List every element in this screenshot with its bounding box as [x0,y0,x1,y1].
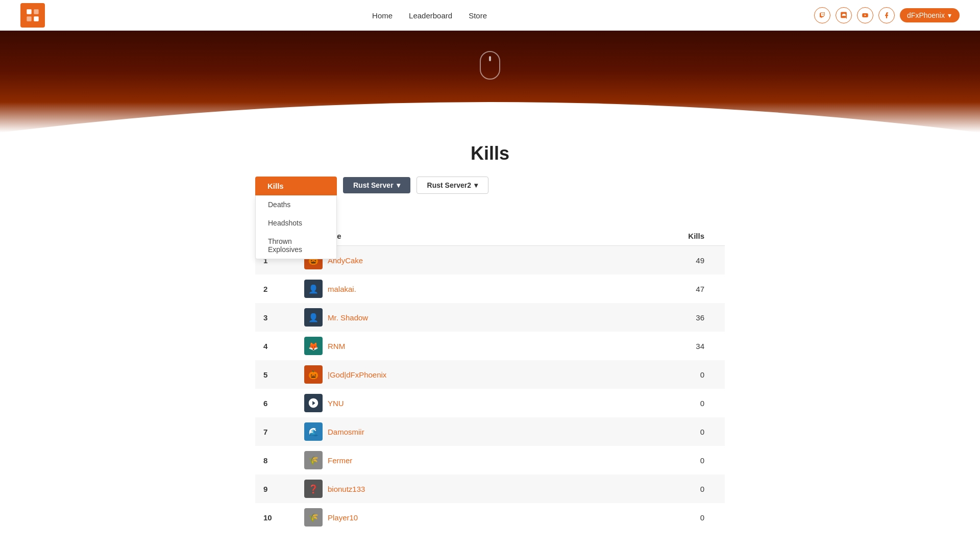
kills-cell: 34 [591,332,725,360]
rank-cell: 4 [255,332,296,360]
player-cell: 🌾 Player10 [296,503,591,532]
rank-cell: 8 [255,446,296,474]
kills-cell: 0 [591,389,725,417]
twitch-icon[interactable] [814,7,830,23]
table-row: 10 🌾 Player10 0 [255,503,725,532]
table-row: 3 👤 Mr. Shadow 36 [255,303,725,332]
svg-rect-1 [34,9,38,14]
avatar [304,394,323,412]
avatar: 🌾 [304,451,323,469]
table-row: 4 🦊 RNM 34 [255,332,725,360]
player-name[interactable]: |God|dFxPhoenix [328,370,386,379]
kills-cell: 0 [591,474,725,503]
rank-cell: 9 [255,474,296,503]
player-name[interactable]: RNM [328,342,345,350]
kills-cell: 0 [591,417,725,446]
avatar: 🌾 [304,508,323,527]
table-row: 2 👤 malakai. 47 [255,274,725,303]
dropdown-menu: Deaths Headshots Thrown Explosives [255,195,337,259]
player-name[interactable]: Fermer [328,456,352,465]
avatar: 👤 [304,308,323,327]
leaderboard-table: # Username Kills 1 🎃 AndyCake 49 2 [255,227,725,532]
player-cell: 🦊 RNM [296,332,591,360]
player-cell: 🌾 Fermer [296,446,591,474]
nav-store[interactable]: Store [469,11,487,20]
server1-button[interactable]: Rust Server ▾ [343,177,410,193]
avatar: ❓ [304,480,323,498]
player-cell: YNU [296,389,591,417]
logo-area [20,3,45,28]
player-cell: 🌊 Damosmiir [296,417,591,446]
svg-rect-0 [27,9,31,14]
chevron-down-icon: ▾ [397,181,400,189]
player-cell: 👤 Mr. Shadow [296,303,591,332]
page-title: Kills [255,143,725,164]
table-row: 7 🌊 Damosmiir 0 [255,417,725,446]
player-cell: 🎃 |God|dFxPhoenix [296,360,591,389]
dropdown-item-headshots[interactable]: Headshots [256,214,336,232]
player-name[interactable]: Mr. Shadow [328,313,368,322]
rank-cell: 6 [255,389,296,417]
dropdown-item-deaths[interactable]: Deaths [256,195,336,214]
header-right: dFxPhoenix ▾ [814,7,960,23]
rank-cell: 10 [255,503,296,532]
rank-cell: 3 [255,303,296,332]
kills-cell: 0 [591,360,725,389]
logo [20,3,45,28]
table-row: 6 YNU 0 [255,389,725,417]
svg-rect-3 [34,16,38,21]
main-nav: Home Leaderboard Store [372,11,487,20]
col-kills: Kills [591,227,725,246]
server2-label: Rust Server2 [427,181,471,189]
discord-icon[interactable] [836,7,852,23]
server1-label: Rust Server [353,181,394,189]
player-name[interactable]: YNU [328,399,344,408]
player-name[interactable]: Player10 [328,513,358,522]
facebook-icon[interactable] [878,7,895,23]
player-cell: ❓ bionutz133 [296,474,591,503]
table-body: 1 🎃 AndyCake 49 2 👤 malakai. [255,246,725,532]
chevron-down-icon: ▾ [948,11,951,19]
rank-cell: 5 [255,360,296,389]
youtube-icon[interactable] [857,7,873,23]
player-name[interactable]: Damosmiir [328,428,364,436]
user-menu-button[interactable]: dFxPhoenix ▾ [900,8,960,22]
dropdown-item-explosives[interactable]: Thrown Explosives [256,232,336,259]
controls-row: Kills Deaths Headshots Thrown Explosives… [255,177,725,210]
hero-banner [0,31,980,133]
rank-cell: 2 [255,274,296,303]
kills-cell: 0 [591,446,725,474]
avatar: 🌊 [304,422,323,441]
rank-cell: 7 [255,417,296,446]
kills-cell: 36 [591,303,725,332]
player-name[interactable]: bionutz133 [328,485,365,493]
player-cell: 🎃 AndyCake [296,246,591,275]
table-row: 5 🎃 |God|dFxPhoenix 0 [255,360,725,389]
avatar: 👤 [304,280,323,298]
dropdown-active-btn[interactable]: Kills [255,177,337,195]
table-row: 8 🌾 Fermer 0 [255,446,725,474]
category-dropdown[interactable]: Kills Deaths Headshots Thrown Explosives [255,177,337,195]
col-username: Username [296,227,591,246]
server2-button[interactable]: Rust Server2 ▾ [416,177,488,194]
kills-cell: 47 [591,274,725,303]
svg-rect-2 [27,16,31,21]
user-name-label: dFxPhoenix [907,11,945,19]
avatar: 🎃 [304,365,323,384]
table-row: 9 ❓ bionutz133 0 [255,474,725,503]
kills-cell: 0 [591,503,725,532]
player-name[interactable]: malakai. [328,285,356,293]
avatar: 🦊 [304,337,323,355]
kills-cell: 49 [591,246,725,275]
chevron-down-icon: ▾ [474,181,478,189]
player-cell: 👤 malakai. [296,274,591,303]
main-content: Kills Kills Deaths Headshots Thrown Expl… [245,133,735,551]
server-buttons: Rust Server ▾ Rust Server2 ▾ [343,177,488,194]
header: Home Leaderboard Store dFxPhoenix ▾ [0,0,980,31]
nav-home[interactable]: Home [372,11,393,20]
nav-leaderboard[interactable]: Leaderboard [409,11,452,20]
